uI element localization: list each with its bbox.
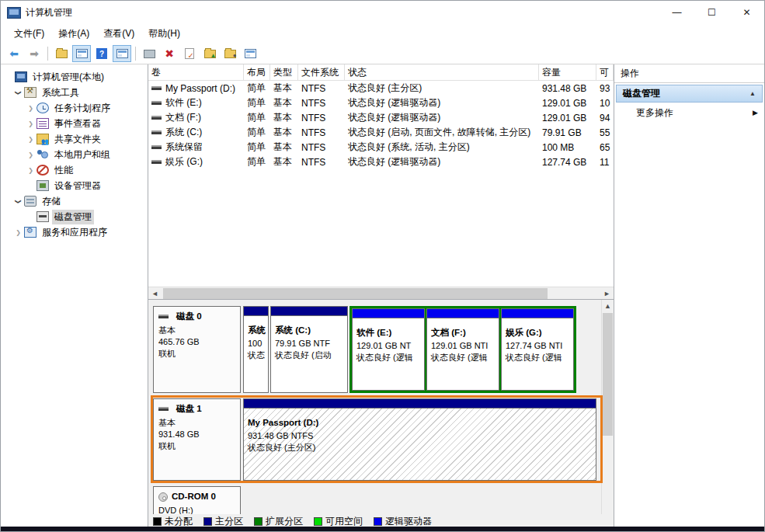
column-capacity[interactable]: 容量 xyxy=(539,64,596,80)
cd-icon xyxy=(158,492,168,502)
scroll-up-icon[interactable] xyxy=(602,300,614,312)
chevron-right-icon[interactable] xyxy=(26,120,36,127)
chevron-right-icon[interactable] xyxy=(26,151,36,158)
import-folder-button[interactable]: ▲ xyxy=(200,45,219,62)
chevron-down-icon[interactable] xyxy=(13,89,23,96)
title-bar: 计算机管理 — ☐ ✕ xyxy=(1,1,764,24)
volume-list: 卷 布局 类型 文件系统 状态 容量 可 My Passport (D:) 简单… xyxy=(148,64,614,287)
new-window-icon xyxy=(245,49,256,58)
volume-row-sysres[interactable]: 系统保留 简单 基本 NTFS 状态良好 (系统, 活动, 主分区) 100 M… xyxy=(148,140,614,155)
delete-icon xyxy=(165,47,174,60)
back-icon xyxy=(9,47,19,60)
menu-action[interactable]: 操作(A) xyxy=(51,24,96,43)
column-filesystem[interactable]: 文件系统 xyxy=(298,64,345,80)
back-button[interactable] xyxy=(5,45,23,62)
cdrom-label[interactable]: CD-ROM 0 DVD (H:) xyxy=(153,486,241,514)
tree-item-services-apps[interactable]: 服务和应用程序 xyxy=(1,224,148,240)
horizontal-scrollbar[interactable] xyxy=(148,287,614,300)
search-folder-button[interactable]: ● xyxy=(221,45,239,62)
tree-item-device-manager[interactable]: 设备管理器 xyxy=(1,178,148,193)
monitor-icon xyxy=(144,50,155,58)
tree-item-computer-management[interactable]: 计算机管理(本地) xyxy=(1,69,148,85)
delete-button[interactable] xyxy=(160,45,179,62)
chevron-right-icon[interactable] xyxy=(26,105,36,112)
show-console-tree-button[interactable] xyxy=(72,45,91,62)
volume-row-f[interactable]: 文档 (F:) 简单 基本 NTFS 状态良好 (逻辑驱动器) 129.01 G… xyxy=(148,110,614,125)
disk0-label[interactable]: 磁盘 0 基本 465.76 GB 联机 xyxy=(153,306,241,393)
close-button[interactable]: ✕ xyxy=(729,1,764,24)
chevron-right-icon[interactable] xyxy=(26,167,36,174)
shared-folders-icon xyxy=(37,134,49,144)
actions-section-disk-management[interactable]: 磁盘管理 ▲ xyxy=(616,85,763,103)
column-type[interactable]: 类型 xyxy=(270,64,298,80)
logical-drive-strip xyxy=(502,309,573,318)
menu-view[interactable]: 查看(V) xyxy=(96,24,141,43)
volume-row-g[interactable]: 娱乐 (G:) 简单 基本 NTFS 状态良好 (逻辑驱动器) 127.74 G… xyxy=(148,155,614,169)
console-tree-pane: 计算机管理(本地) 系统工具 任务计划程序 事件查看器 共享文件夹 本地用户和组… xyxy=(1,64,148,527)
maximize-button[interactable]: ☐ xyxy=(694,1,729,24)
partition-c[interactable]: 系统 (C:) 79.91 GB NTF 状态良好 (启动 xyxy=(270,306,348,393)
logical-drive-strip xyxy=(427,309,499,318)
help-button[interactable]: ? xyxy=(92,45,111,62)
tree-item-storage[interactable]: 存储 xyxy=(1,193,148,209)
help-icon: ? xyxy=(96,48,107,59)
device-manager-icon xyxy=(37,180,49,191)
partition-system-reserved[interactable]: 系统 100 状态 xyxy=(243,306,269,393)
window-icon xyxy=(116,49,128,58)
folder-icon xyxy=(56,50,68,58)
scroll-left-icon[interactable] xyxy=(148,287,162,300)
volume-row-c[interactable]: 系统 (C:) 简单 基本 NTFS 状态良好 (启动, 页面文件, 故障转储,… xyxy=(148,125,614,140)
partition-e[interactable]: 软件 (E:) 129.01 GB NT 状态良好 (逻辑 xyxy=(352,308,425,391)
column-free[interactable]: 可 xyxy=(596,64,614,80)
monitor-button[interactable] xyxy=(140,45,158,62)
vertical-scrollbar-thumb[interactable] xyxy=(603,313,613,436)
menu-help[interactable]: 帮助(H) xyxy=(141,24,187,43)
forward-button[interactable] xyxy=(25,45,43,62)
tree-item-event-viewer[interactable]: 事件查看器 xyxy=(1,116,148,131)
tree-item-task-scheduler[interactable]: 任务计划程序 xyxy=(1,100,148,116)
scroll-right-icon[interactable] xyxy=(600,287,614,300)
legend-swatch xyxy=(254,517,263,526)
disk-icon xyxy=(158,407,169,411)
checklist-button[interactable] xyxy=(180,45,199,62)
volume-icon xyxy=(151,116,162,120)
disk1-row: 磁盘 1 基本 931.48 GB 联机 My Passport (D:) 93… xyxy=(153,398,596,481)
tree-item-local-users[interactable]: 本地用户和组 xyxy=(1,147,148,162)
up-folder-button[interactable] xyxy=(52,45,71,62)
volume-row-d[interactable]: My Passport (D:) 简单 基本 NTFS 状态良好 (主分区) 9… xyxy=(148,81,614,96)
chevron-right-icon[interactable] xyxy=(13,229,23,236)
partition-f[interactable]: 文档 (F:) 129.01 GB NTI 状态良好 (逻辑 xyxy=(426,308,499,391)
performance-icon xyxy=(37,165,49,176)
collapse-icon[interactable]: ▲ xyxy=(749,90,756,97)
partition-my-passport-d[interactable]: My Passport (D:) 931.48 GB NTFS 状态良好 (主分… xyxy=(243,398,596,481)
menu-bar: 文件(F) 操作(A) 查看(V) 帮助(H) xyxy=(1,24,764,43)
more-actions-item[interactable]: 更多操作 ▶ xyxy=(614,103,764,123)
disk-icon xyxy=(158,315,169,318)
tree-item-disk-management[interactable]: 磁盘管理 xyxy=(1,209,148,224)
tree-item-performance[interactable]: 性能 xyxy=(1,162,148,178)
disk0-row: 磁盘 0 基本 465.76 GB 联机 系统 100 状态 xyxy=(153,306,596,393)
disk-management-pane: 卷 布局 类型 文件系统 状态 容量 可 My Passport (D:) 简单… xyxy=(148,64,614,527)
disk1-label[interactable]: 磁盘 1 基本 931.48 GB 联机 xyxy=(153,398,241,481)
vertical-scrollbar[interactable] xyxy=(601,300,614,514)
column-volume[interactable]: 卷 xyxy=(148,64,244,80)
logical-drive-strip xyxy=(353,309,424,318)
legend-swatch xyxy=(153,517,162,526)
volume-icon xyxy=(151,101,162,105)
minimize-button[interactable]: — xyxy=(659,1,694,24)
chevron-right-icon[interactable] xyxy=(26,136,36,143)
new-window-button[interactable] xyxy=(241,45,259,62)
legend-logical-drive: 逻辑驱动器 xyxy=(374,515,432,528)
column-status[interactable]: 状态 xyxy=(345,64,539,80)
primary-partition-strip xyxy=(271,307,347,316)
column-layout[interactable]: 布局 xyxy=(244,64,270,80)
tree-item-system-tools[interactable]: 系统工具 xyxy=(1,85,148,100)
volume-row-e[interactable]: 软件 (E:) 简单 基本 NTFS 状态良好 (逻辑驱动器) 129.01 G… xyxy=(148,96,614,110)
menu-file[interactable]: 文件(F) xyxy=(7,24,51,43)
show-window-button[interactable] xyxy=(113,45,131,62)
horizontal-scrollbar-thumb[interactable] xyxy=(163,288,548,299)
forward-icon xyxy=(30,47,39,60)
chevron-down-icon[interactable] xyxy=(13,198,23,205)
tree-item-shared-folders[interactable]: 共享文件夹 xyxy=(1,131,148,147)
partition-g[interactable]: 娱乐 (G:) 127.74 GB NTI 状态良好 (逻辑 xyxy=(501,308,574,391)
